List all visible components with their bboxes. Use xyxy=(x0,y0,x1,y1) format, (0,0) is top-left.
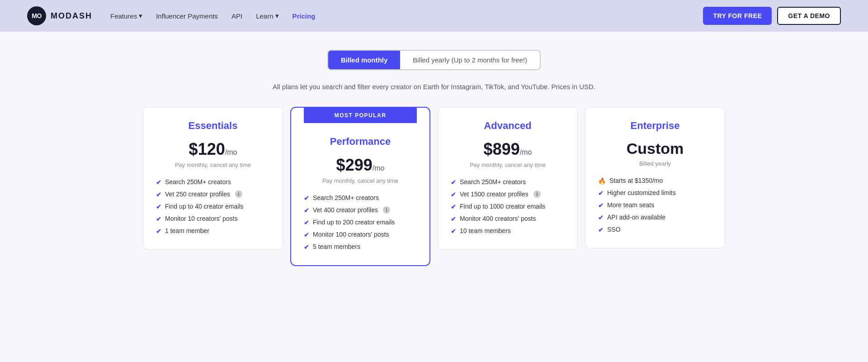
list-item: ✔Search 250M+ creators xyxy=(304,194,417,202)
get-demo-button[interactable]: GET A DEMO xyxy=(777,7,841,25)
billing-yearly-button[interactable]: Billed yearly (Up to 2 months for free!) xyxy=(400,51,540,69)
pay-note-enterprise: Billed yearly xyxy=(598,160,712,167)
plan-name-essentials: Essentials xyxy=(156,120,270,132)
main-content: Billed monthly Billed yearly (Up to 2 mo… xyxy=(0,32,868,362)
plan-price-performance: $299/mo xyxy=(304,156,417,175)
info-icon[interactable]: i xyxy=(383,206,390,214)
nav-features[interactable]: Features ▾ xyxy=(110,12,142,20)
check-icon: ✔ xyxy=(451,179,456,186)
plan-card-performance: MOST POPULAR Performance $299/mo Pay mon… xyxy=(290,107,430,266)
try-for-free-button[interactable]: TRY FOR FREE xyxy=(703,7,772,25)
list-item: ✔Find up to 200 creator emails xyxy=(304,219,417,226)
nav-influencer-payments[interactable]: Influencer Payments xyxy=(156,12,218,20)
list-item: ✔Find up to 1000 creator emails xyxy=(451,203,565,210)
nav-right: TRY FOR FREE GET A DEMO xyxy=(703,7,841,25)
check-icon: ✔ xyxy=(598,202,604,209)
check-icon: ✔ xyxy=(451,191,456,198)
check-icon: ✔ xyxy=(304,243,309,251)
list-item: ✔Vet 1500 creator profilesi xyxy=(451,191,565,198)
check-icon: ✔ xyxy=(304,219,309,226)
popular-badge: MOST POPULAR xyxy=(304,108,417,123)
plan-price-advanced: $899/mo xyxy=(451,140,565,159)
pay-note-performance: Pay monthly, cancel any time xyxy=(304,177,417,184)
logo[interactable]: MO MODASH xyxy=(27,6,92,25)
plan-card-essentials: Essentials $120/mo Pay monthly, cancel a… xyxy=(143,107,283,250)
check-icon: ✔ xyxy=(598,190,604,197)
navbar: MO MODASH Features ▾ Influencer Payments… xyxy=(0,0,868,32)
list-item: 🔥Starts at $1350/mo xyxy=(598,177,712,185)
nav-learn[interactable]: Learn ▾ xyxy=(256,12,278,20)
plan-name-performance: Performance xyxy=(304,136,417,148)
check-icon: ✔ xyxy=(156,228,161,235)
list-item: ✔Search 250M+ creators xyxy=(156,178,270,186)
nav-left: MO MODASH Features ▾ Influencer Payments… xyxy=(27,6,315,25)
list-item: ✔Monitor 100 creators' posts xyxy=(304,231,417,238)
list-item: ✔SSO xyxy=(598,226,712,233)
list-item: ✔Find up to 40 creator emails xyxy=(156,203,270,210)
price-period-advanced: /mo xyxy=(520,148,532,156)
list-item: ✔10 team members xyxy=(451,227,565,235)
check-icon: ✔ xyxy=(598,214,604,221)
check-icon: ✔ xyxy=(304,207,309,214)
check-icon: ✔ xyxy=(156,203,161,210)
price-amount-essentials: $120 xyxy=(189,140,225,158)
price-amount-performance: $299 xyxy=(336,156,373,174)
list-item: ✔Vet 400 creator profilesi xyxy=(304,206,417,214)
chevron-down-icon: ▾ xyxy=(275,12,279,20)
logo-icon: MO xyxy=(27,6,46,25)
pay-note-advanced: Pay monthly, cancel any time xyxy=(451,162,565,168)
list-item: ✔Higher customized limits xyxy=(598,189,712,197)
list-item: ✔More team seats xyxy=(598,201,712,209)
list-item: ✔Search 250M+ creators xyxy=(451,178,565,186)
fire-icon: 🔥 xyxy=(598,177,606,185)
plan-name-enterprise: Enterprise xyxy=(598,120,712,132)
plan-card-enterprise: Enterprise Custom Billed yearly 🔥Starts … xyxy=(585,107,725,248)
info-icon[interactable]: i xyxy=(533,191,541,198)
nav-links: Features ▾ Influencer Payments API Learn… xyxy=(110,12,315,20)
feature-list-enterprise: 🔥Starts at $1350/mo ✔Higher customized l… xyxy=(598,177,712,233)
feature-list-performance: ✔Search 250M+ creators ✔Vet 400 creator … xyxy=(304,194,417,251)
feature-list-essentials: ✔Search 250M+ creators ✔Vet 250 creator … xyxy=(156,178,270,235)
list-item: ✔Monitor 400 creators' posts xyxy=(451,215,565,223)
chevron-down-icon: ▾ xyxy=(139,12,142,20)
list-item: ✔API add-on available xyxy=(598,214,712,221)
nav-api[interactable]: API xyxy=(231,12,242,20)
price-period-essentials: /mo xyxy=(225,148,237,156)
plan-name-advanced: Advanced xyxy=(451,120,565,132)
check-icon: ✔ xyxy=(451,215,456,223)
billing-monthly-button[interactable]: Billed monthly xyxy=(328,51,400,69)
plan-card-advanced: Advanced $899/mo Pay monthly, cancel any… xyxy=(438,107,578,250)
check-icon: ✔ xyxy=(598,226,604,233)
check-icon: ✔ xyxy=(304,231,309,238)
price-amount-advanced: $899 xyxy=(484,140,520,158)
check-icon: ✔ xyxy=(451,228,456,235)
check-icon: ✔ xyxy=(156,191,161,198)
pricing-subtitle: All plans let you search and filter ever… xyxy=(9,83,859,90)
info-icon[interactable]: i xyxy=(235,191,242,198)
list-item: ✔1 team member xyxy=(156,227,270,235)
billing-toggle-wrap: Billed monthly Billed yearly (Up to 2 mo… xyxy=(9,50,859,70)
list-item: ✔Vet 250 creator profilesi xyxy=(156,191,270,198)
check-icon: ✔ xyxy=(304,195,309,202)
plan-price-essentials: $120/mo xyxy=(156,140,270,159)
price-period-performance: /mo xyxy=(373,164,385,172)
plans-container: Essentials $120/mo Pay monthly, cancel a… xyxy=(140,107,728,266)
pay-note-essentials: Pay monthly, cancel any time xyxy=(156,162,270,168)
feature-list-advanced: ✔Search 250M+ creators ✔Vet 1500 creator… xyxy=(451,178,565,235)
logo-text: MODASH xyxy=(51,11,92,21)
billing-toggle: Billed monthly Billed yearly (Up to 2 mo… xyxy=(327,50,541,70)
check-icon: ✔ xyxy=(156,179,161,186)
list-item: ✔Monitor 10 creators' posts xyxy=(156,215,270,223)
plan-price-enterprise: Custom xyxy=(598,140,712,157)
check-icon: ✔ xyxy=(156,215,161,223)
check-icon: ✔ xyxy=(451,203,456,210)
nav-pricing[interactable]: Pricing xyxy=(292,12,316,20)
list-item: ✔5 team members xyxy=(304,243,417,251)
